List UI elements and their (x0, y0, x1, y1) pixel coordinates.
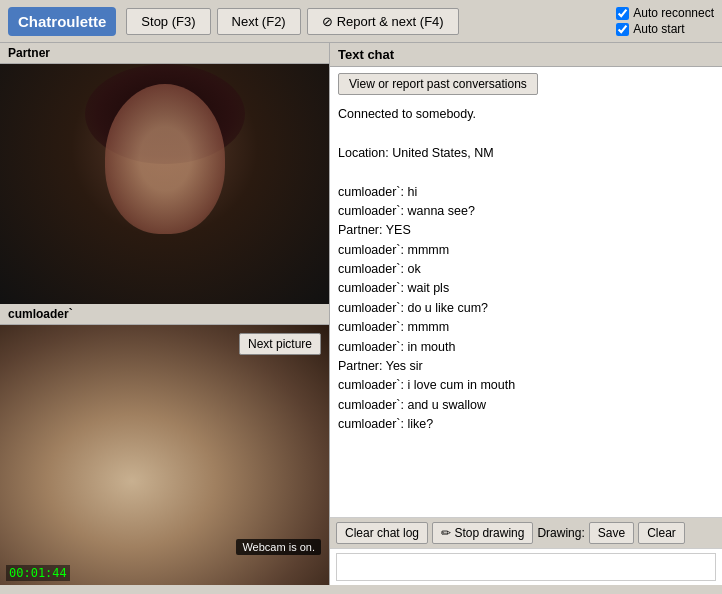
partner-video-background (0, 64, 329, 304)
chat-message: Partner: Yes sir (338, 357, 714, 376)
chat-message: cumloader`: hi (338, 183, 714, 202)
chat-messages: Connected to somebody. Location: United … (330, 101, 722, 517)
auto-reconnect-label: Auto reconnect (633, 6, 714, 20)
stop-drawing-button[interactable]: ✏ Stop drawing (432, 522, 533, 544)
auto-reconnect-row[interactable]: Auto reconnect (616, 6, 714, 20)
auto-start-row[interactable]: Auto start (616, 22, 714, 36)
face-decoration (105, 84, 225, 234)
chat-input-row (330, 548, 722, 585)
right-panel: Text chat View or report past conversati… (330, 43, 722, 585)
chat-header: Text chat (330, 43, 722, 67)
main-content: Partner cumloader` Next picture Webcam i… (0, 43, 722, 585)
local-video-section: cumloader` Next picture Webcam is on. 00… (0, 304, 329, 585)
chat-message: cumloader`: like? (338, 415, 714, 434)
options-checkboxes: Auto reconnect Auto start (616, 6, 714, 36)
chat-message: Location: United States, NM (338, 144, 714, 163)
report-next-label: Report & next (F4) (337, 14, 444, 29)
stop-button[interactable]: Stop (F3) (126, 8, 210, 35)
clear-drawing-button[interactable]: Clear (638, 522, 685, 544)
timer-display: 00:01:44 (6, 565, 70, 581)
partner-video (0, 64, 329, 304)
local-video: Next picture Webcam is on. 00:01:44 (0, 325, 329, 585)
next-picture-button[interactable]: Next picture (239, 333, 321, 355)
left-panel: Partner cumloader` Next picture Webcam i… (0, 43, 330, 585)
view-report-button[interactable]: View or report past conversations (338, 73, 538, 95)
partner-label: Partner (0, 43, 329, 64)
auto-start-checkbox[interactable] (616, 23, 629, 36)
auto-start-label: Auto start (633, 22, 684, 36)
chat-message: Connected to somebody. (338, 105, 714, 124)
chat-message (338, 163, 714, 182)
chat-message (338, 124, 714, 143)
chat-message: cumloader`: i love cum in mouth (338, 376, 714, 395)
drawing-label: Drawing: (537, 526, 584, 540)
chat-message: Partner: YES (338, 221, 714, 240)
pencil-icon: ✏ (441, 526, 451, 540)
chat-message: cumloader`: and u swallow (338, 396, 714, 415)
chat-message: cumloader`: ok (338, 260, 714, 279)
next-button[interactable]: Next (F2) (217, 8, 301, 35)
save-drawing-button[interactable]: Save (589, 522, 634, 544)
ban-icon: ⊘ (322, 14, 333, 29)
chat-message: cumloader`: mmmm (338, 241, 714, 260)
chat-input[interactable] (336, 553, 716, 581)
chat-message: cumloader`: wait pls (338, 279, 714, 298)
chat-message: cumloader`: do u like cum? (338, 299, 714, 318)
auto-reconnect-checkbox[interactable] (616, 7, 629, 20)
chat-message: cumloader`: wanna see? (338, 202, 714, 221)
topbar: Chatroulette Stop (F3) Next (F2) ⊘ Repor… (0, 0, 722, 43)
clear-chat-button[interactable]: Clear chat log (336, 522, 428, 544)
logo: Chatroulette (8, 7, 116, 36)
chat-message: cumloader`: in mouth (338, 338, 714, 357)
chat-message: cumloader`: mmmm (338, 318, 714, 337)
report-next-button[interactable]: ⊘ Report & next (F4) (307, 8, 459, 35)
local-user-label: cumloader` (0, 304, 329, 325)
chat-bottom-bar: Clear chat log ✏ Stop drawing Drawing: S… (330, 517, 722, 548)
webcam-status-label: Webcam is on. (236, 539, 321, 555)
